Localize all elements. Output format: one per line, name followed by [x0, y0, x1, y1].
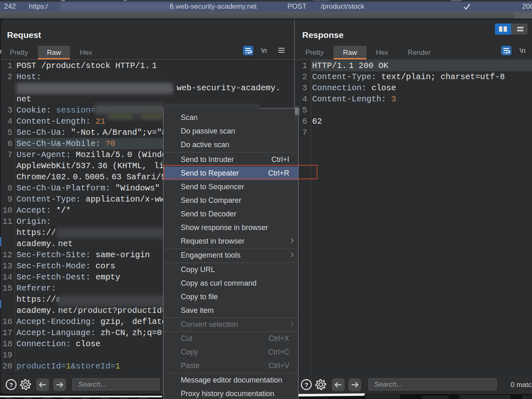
- svg-text:?: ?: [304, 381, 308, 388]
- svg-text:?: ?: [9, 381, 13, 388]
